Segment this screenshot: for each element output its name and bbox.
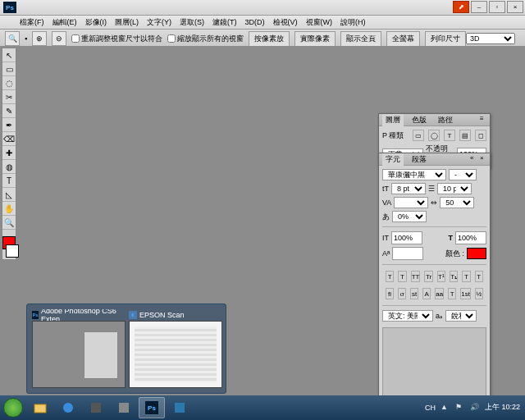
- restore-button[interactable]: ▫: [489, 1, 505, 13]
- language-select[interactable]: 英文: 美國: [382, 310, 433, 322]
- bold-icon[interactable]: T: [386, 271, 394, 282]
- menu-window[interactable]: 視窗(W): [303, 16, 336, 29]
- tracking-select[interactable]: [394, 197, 428, 208]
- taskbar-explorer-icon[interactable]: [27, 397, 53, 418]
- font-family-select[interactable]: 華康儷中黑: [382, 169, 446, 180]
- menu-layer[interactable]: 圖層(L): [112, 16, 142, 29]
- gradient-tool[interactable]: ◍: [2, 160, 16, 174]
- full-screen-button[interactable]: 全螢幕: [386, 31, 420, 47]
- preview-thumbnail[interactable]: [129, 321, 222, 388]
- tab-paragraph[interactable]: 段落: [409, 153, 430, 166]
- baseline-select[interactable]: 0%: [392, 211, 427, 222]
- menu-image[interactable]: 影像(I): [82, 16, 111, 29]
- strike-icon[interactable]: T: [475, 271, 483, 282]
- move-tool[interactable]: ↖: [2, 48, 16, 62]
- taskbar-app-icon[interactable]: [167, 397, 193, 418]
- minimize-button[interactable]: –: [471, 1, 487, 13]
- hscale-input[interactable]: [391, 231, 422, 244]
- filter-type-icon[interactable]: T: [444, 130, 455, 141]
- ligature-icon[interactable]: fi: [386, 288, 394, 299]
- italic-icon[interactable]: T: [398, 271, 406, 282]
- allcaps-icon[interactable]: TT: [411, 271, 421, 282]
- swash-icon[interactable]: A: [422, 288, 431, 299]
- discretionary-icon[interactable]: st: [410, 288, 418, 299]
- filter-adjust-icon[interactable]: ◯: [428, 130, 440, 141]
- crop-tool[interactable]: ✂: [2, 90, 16, 104]
- contextual-icon[interactable]: σ: [398, 288, 406, 299]
- scrubby-zoom-button[interactable]: 按像素放: [249, 31, 290, 47]
- extra-button[interactable]: ⬈: [453, 1, 469, 13]
- character-panel: 字元 段落 «× 華康儷中黑 - tT 8 pt ☰ 10 pt VA ⇔ 50…: [378, 153, 491, 420]
- start-button[interactable]: [0, 395, 26, 420]
- filter-pixel-icon[interactable]: ▭: [413, 130, 424, 141]
- superscript-icon[interactable]: T¹: [437, 271, 445, 282]
- eyedropper-tool[interactable]: ✎: [2, 104, 16, 118]
- titling-icon[interactable]: T: [448, 288, 456, 299]
- tab-channels[interactable]: 色版: [409, 114, 430, 126]
- workspace-dropdown[interactable]: 3D: [466, 33, 515, 44]
- vscale-input[interactable]: [455, 231, 486, 244]
- menu-view[interactable]: 檢視(V): [270, 16, 301, 29]
- taskbar-preview[interactable]: PsAdobe Photoshop CS6 Exten...: [32, 309, 124, 388]
- fractions-icon[interactable]: ½: [475, 288, 483, 299]
- panel-collapse-icon[interactable]: «: [470, 154, 478, 162]
- taskbar-ie-icon[interactable]: [55, 397, 81, 418]
- ordinals-icon[interactable]: 1st: [460, 288, 471, 299]
- hand-tool[interactable]: ✋: [2, 202, 16, 216]
- zoom-in-icon[interactable]: ⊕: [32, 31, 47, 46]
- tab-paths[interactable]: 路徑: [435, 114, 456, 126]
- title-bar: Ps ⬈ – ▫ ×: [0, 0, 525, 16]
- panel-menu-icon[interactable]: ≡: [480, 115, 488, 123]
- menu-type[interactable]: 文字(Y): [144, 16, 175, 29]
- actual-pixels-button[interactable]: 實際像素: [294, 31, 336, 47]
- filter-shape-icon[interactable]: ▤: [459, 130, 471, 141]
- taskbar-preview[interactable]: €EPSON Scan: [129, 309, 221, 388]
- eraser-tool[interactable]: ⌫: [2, 132, 16, 146]
- type-tool[interactable]: T: [2, 174, 16, 188]
- tab-character[interactable]: 字元: [382, 153, 404, 166]
- kerning-select[interactable]: 50: [440, 197, 474, 208]
- menu-filter[interactable]: 濾鏡(T): [209, 16, 240, 29]
- panel-close-icon[interactable]: ×: [480, 154, 488, 162]
- menu-3d[interactable]: 3D(D): [242, 17, 268, 27]
- menu-file[interactable]: 檔案(F): [16, 16, 48, 29]
- stylistic-icon[interactable]: aa: [435, 288, 444, 299]
- zoom-out-icon[interactable]: ⊖: [52, 31, 66, 46]
- zoom-tool-icon[interactable]: 🔍: [5, 31, 20, 46]
- zoom-tool[interactable]: 🔍: [2, 216, 16, 230]
- preview-thumbnail[interactable]: [32, 321, 126, 388]
- antialias-select[interactable]: 銳利: [445, 310, 477, 322]
- tab-layers[interactable]: 圖層: [382, 114, 404, 126]
- leading-select[interactable]: 10 pt: [437, 183, 472, 194]
- smallcaps-icon[interactable]: Tr: [424, 271, 432, 282]
- pen-tool[interactable]: ◺: [2, 188, 16, 202]
- text-color-swatch[interactable]: [467, 248, 486, 259]
- subscript-icon[interactable]: T₁: [450, 271, 458, 282]
- resize-windows-checkbox[interactable]: 重新調整視窗尺寸以符合: [71, 34, 162, 44]
- tray-network-icon[interactable]: ⚑: [455, 403, 465, 413]
- menu-edit[interactable]: 編輯(E): [49, 16, 80, 29]
- taskbar-app-icon[interactable]: [111, 397, 137, 418]
- close-button[interactable]: ×: [507, 1, 523, 13]
- font-style-select[interactable]: -: [449, 169, 477, 180]
- ime-indicator[interactable]: CH: [425, 404, 436, 412]
- zoom-all-checkbox[interactable]: 縮放顯示所有的視窗: [167, 34, 244, 44]
- taskbar-photoshop-icon[interactable]: Ps: [139, 397, 165, 418]
- tray-flag-icon[interactable]: ▲: [441, 403, 450, 413]
- underline-icon[interactable]: T: [462, 271, 470, 282]
- tray-volume-icon[interactable]: 🔊: [470, 403, 480, 413]
- clock[interactable]: 上午 10:22: [485, 404, 520, 412]
- marquee-tool[interactable]: ▭: [2, 62, 16, 76]
- menu-help[interactable]: 說明(H): [337, 16, 369, 29]
- menu-select[interactable]: 選取(S): [176, 16, 208, 29]
- lasso-tool[interactable]: ◌: [2, 76, 16, 90]
- taskbar-app-icon[interactable]: [83, 397, 109, 418]
- font-size-select[interactable]: 8 pt: [391, 183, 426, 194]
- brush-tool[interactable]: ✒: [2, 118, 16, 132]
- print-size-button[interactable]: 列印尺寸: [425, 31, 466, 47]
- healing-tool[interactable]: ✚: [2, 146, 16, 160]
- background-color[interactable]: [6, 244, 19, 258]
- fit-screen-button[interactable]: 顯示全頁: [340, 31, 381, 47]
- baseline-shift-input[interactable]: [392, 247, 423, 260]
- filter-smart-icon[interactable]: ◻: [475, 130, 486, 141]
